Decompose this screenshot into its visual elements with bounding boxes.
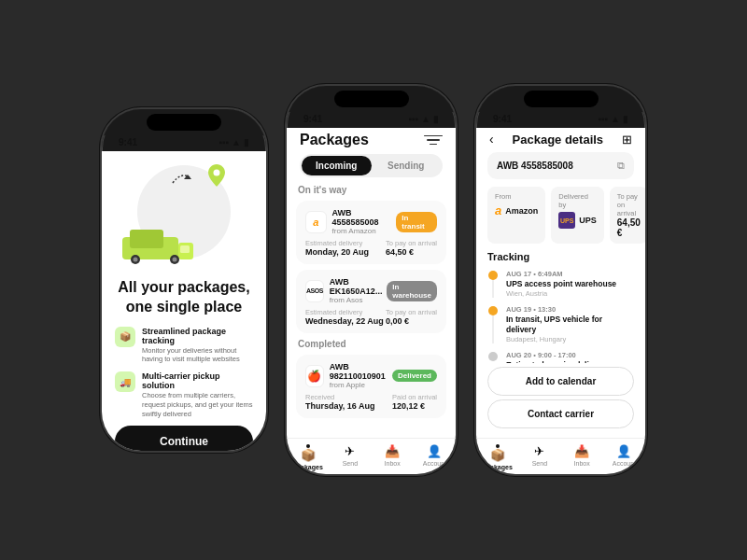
pkg-from-3: from Apple bbox=[330, 381, 392, 389]
feature-text-pickup: Multi-carrier pickup solution Choose fro… bbox=[142, 371, 253, 418]
track-loc-1: Wien, Austria bbox=[506, 289, 616, 298]
detail-screen: ‹ Package details ⊞ AWB 4558585008 ⧉ Fro… bbox=[476, 128, 645, 474]
detail-header: ‹ Package details ⊞ bbox=[476, 128, 645, 152]
packages-title: Packages bbox=[300, 132, 369, 148]
est-lbl-2: Estimated delivery bbox=[305, 308, 384, 316]
filter-icon[interactable] bbox=[424, 133, 443, 147]
account-nav-icon: 👤 bbox=[427, 444, 442, 458]
nav-packages-2[interactable]: 📦 Packages bbox=[287, 444, 329, 470]
nav-lbl-packages-3: Packages bbox=[482, 464, 512, 470]
battery-icon-3: ▮ bbox=[623, 114, 628, 124]
pay-label: To pay on arrival bbox=[617, 192, 641, 217]
asos-text-icon: ASOS bbox=[306, 287, 323, 294]
track-loc-2: Budapest, Hungary bbox=[506, 335, 634, 343]
track-info-2: AUG 19 • 13:30 In transit, UPS vehicle f… bbox=[506, 305, 634, 343]
track-line-col-2 bbox=[487, 305, 499, 343]
track-date-2: AUG 19 • 13:30 bbox=[506, 305, 634, 314]
track-desc-2: In transit, UPS vehicle for delivery bbox=[506, 315, 634, 335]
nav-lbl-inbox-3: Inbox bbox=[574, 460, 590, 467]
track-dot-2 bbox=[488, 306, 498, 315]
contact-carrier-button[interactable]: Contact carrier bbox=[487, 399, 634, 428]
nav-packages-3[interactable]: 📦 Packages bbox=[476, 444, 518, 470]
tracking-feature-icon: 📦 bbox=[115, 327, 135, 347]
asos-logo: ASOS bbox=[305, 280, 324, 302]
pay-box: To pay on arrival 64,50 € bbox=[610, 187, 645, 244]
battery-icon-2: ▮ bbox=[433, 114, 439, 124]
package-card-1[interactable]: a AWB 4558585008 from Amazon In transit … bbox=[296, 201, 446, 264]
paid-val-3: 120,12 € bbox=[392, 401, 437, 411]
pkg-screen-content: Packages Incoming Sending On it's way bbox=[287, 128, 456, 474]
tab-incoming[interactable]: Incoming bbox=[302, 156, 372, 175]
track-desc-1: UPS access point warehouse bbox=[506, 279, 616, 289]
section-completed: Completed bbox=[296, 339, 446, 349]
send-nav-icon-3: ✈ bbox=[534, 444, 544, 458]
onboarding-screen: All your packages, one single place 📦 St… bbox=[102, 151, 266, 451]
phone-detail: 9:41 ▪▪▪ ▲ ▮ ‹ Package details ⊞ AWB 455… bbox=[474, 84, 647, 476]
nav-lbl-send-3: Send bbox=[532, 460, 547, 467]
amazon-a-icon: a bbox=[313, 217, 318, 228]
filter-line-2 bbox=[427, 139, 440, 141]
onboarding-content: All your packages, one single place 📦 St… bbox=[102, 151, 266, 451]
carrier-row: From a Amazon Delivered by UPS UPS bbox=[487, 187, 634, 244]
pkg-card-header-1: a AWB 4558585008 from Amazon In transit bbox=[305, 208, 437, 235]
nav-lbl-account-2: Account bbox=[423, 460, 446, 467]
detail-content: AWB 4558585008 ⧉ From a Amazon Delivered… bbox=[476, 152, 645, 363]
nav-inbox-2[interactable]: 📥 Inbox bbox=[372, 444, 414, 470]
detail-screen-content: ‹ Package details ⊞ AWB 4558585008 ⧉ Fro… bbox=[476, 128, 645, 474]
nav-lbl-packages: Packages bbox=[292, 464, 322, 470]
awb-box: AWB 4558585008 ⧉ bbox=[487, 152, 634, 179]
pickup-feature-icon: 🚚 bbox=[115, 371, 135, 392]
account-nav-icon-3: 👤 bbox=[616, 444, 631, 458]
illustration bbox=[115, 151, 253, 273]
package-card-3[interactable]: 🍎 AWB 982110010901 from Apple Delivered … bbox=[296, 355, 446, 418]
action-buttons: Add to calendar Contact carrier bbox=[476, 363, 645, 438]
track-desc-3: Estimated courier delivery bbox=[506, 360, 634, 363]
status-icons-1: ▪▪▪ ▲ ▮ bbox=[218, 137, 249, 147]
from-val: a Amazon bbox=[495, 203, 538, 217]
tab-sending[interactable]: Sending bbox=[372, 156, 442, 175]
track-dot-1 bbox=[488, 271, 498, 280]
svg-rect-2 bbox=[130, 230, 163, 248]
packages-nav-icon-3: 📦 bbox=[490, 448, 505, 462]
onboarding-title: All your packages, one single place bbox=[115, 278, 253, 317]
nav-account-3[interactable]: 👤 Account bbox=[603, 444, 645, 470]
feature-text-tracking: Streamlined package tracking Monitor you… bbox=[142, 327, 253, 365]
feat-desc-tracking: Monitor your deliveries without having t… bbox=[142, 346, 253, 365]
apple-logo: 🍎 bbox=[305, 365, 324, 387]
track-date-3: AUG 20 • 9:00 - 17:00 bbox=[506, 351, 634, 359]
detail-title: Package details bbox=[513, 133, 604, 147]
nav-send-2[interactable]: ✈ Send bbox=[329, 444, 371, 470]
nav-lbl-inbox: Inbox bbox=[385, 460, 401, 467]
copy-icon[interactable]: ⧉ bbox=[617, 160, 625, 172]
pkg-from-2: from Asos bbox=[330, 296, 387, 304]
nav-inbox-3[interactable]: 📥 Inbox bbox=[561, 444, 603, 470]
battery-icon: ▮ bbox=[244, 137, 249, 147]
pkg-card-header-2: ASOS AWB EK1650A12... from Asos In wareh… bbox=[305, 277, 437, 304]
track-info-1: AUG 17 • 6:49AM UPS access point warehou… bbox=[506, 270, 616, 298]
pkg-from-1: from Amazon bbox=[332, 227, 397, 235]
phone-notch-2 bbox=[287, 86, 456, 112]
pkg-card-footer-3: Received Thursday, 16 Aug Paid on arriva… bbox=[305, 393, 437, 411]
van-icon bbox=[122, 220, 197, 265]
add-to-calendar-button[interactable]: Add to calendar bbox=[487, 367, 634, 396]
pay-arrival-2: To pay on arrival 0,00 € bbox=[386, 308, 437, 326]
signal-icon-2: ▪▪▪ bbox=[408, 114, 418, 124]
qr-icon[interactable]: ⊞ bbox=[622, 133, 632, 147]
est-delivery-1: Estimated delivery Monday, 20 Aug bbox=[305, 239, 369, 257]
wifi-icon-3: ▲ bbox=[611, 114, 620, 124]
back-button[interactable]: ‹ bbox=[489, 132, 494, 147]
wifi-icon-2: ▲ bbox=[421, 114, 430, 124]
est-val-2: Wednesday, 22 Aug bbox=[305, 316, 384, 326]
status-badge-3: Delivered bbox=[392, 370, 437, 382]
feat-title-pickup: Multi-carrier pickup solution bbox=[142, 371, 253, 390]
received-3: Received Thursday, 16 Aug bbox=[305, 393, 375, 411]
pkg-card-left-1: a AWB 4558585008 from Amazon bbox=[305, 208, 396, 235]
nav-send-3[interactable]: ✈ Send bbox=[518, 444, 560, 470]
feature-item-pickup: 🚚 Multi-carrier pickup solution Choose f… bbox=[115, 371, 253, 418]
section-on-its-way: On it's way bbox=[296, 185, 446, 195]
nav-account-2[interactable]: 👤 Account bbox=[414, 444, 456, 470]
pkg-info-1: AWB 4558585008 from Amazon bbox=[332, 208, 397, 235]
package-card-2[interactable]: ASOS AWB EK1650A12... from Asos In wareh… bbox=[296, 270, 446, 333]
signal-icon-3: ▪▪▪ bbox=[598, 114, 608, 124]
continue-button[interactable]: Continue bbox=[115, 426, 253, 451]
